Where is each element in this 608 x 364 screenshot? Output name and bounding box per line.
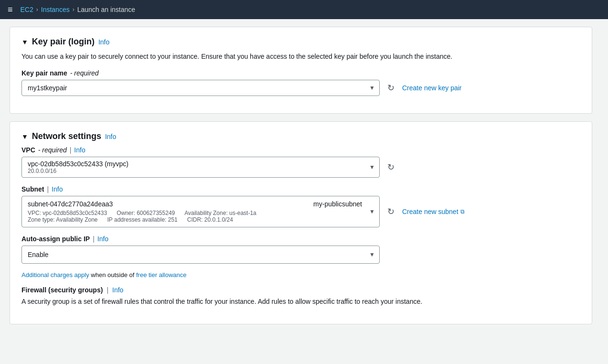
vpc-sub-line: 20.0.0.0/16 xyxy=(28,168,362,174)
keypair-field-label: Key pair name - required xyxy=(21,69,580,77)
vpc-select-box[interactable]: vpc-02db58d53c0c52433 (myvpc) 20.0.0.0/1… xyxy=(21,157,380,178)
page-content: ▼ Key pair (login) Info You can use a ke… xyxy=(0,19,602,340)
keypair-card: ▼ Key pair (login) Info You can use a ke… xyxy=(10,27,592,114)
subnet-vpc-detail: VPC: vpc-02db58d53c0c52433 xyxy=(28,210,107,216)
subnet-details-2: Zone type: Availability Zone IP addresse… xyxy=(28,216,362,223)
subnet-owner-detail: Owner: 600627355249 xyxy=(117,210,175,216)
subnet-az-detail: Availability Zone: us-east-1a xyxy=(184,210,256,216)
keypair-section-header: ▼ Key pair (login) Info xyxy=(21,37,580,47)
keypair-section-title: Key pair (login) xyxy=(32,37,95,47)
keypair-select-wrapper: my1stkeypair ▼ xyxy=(21,80,380,96)
network-section-header: ▼ Network settings Info xyxy=(21,131,580,141)
keypair-info-link[interactable]: Info xyxy=(98,38,109,46)
subnet-details: VPC: vpc-02db58d53c0c52433 Owner: 600627… xyxy=(28,210,362,216)
free-tier-link[interactable]: free tier allowance xyxy=(136,271,187,278)
keypair-select-row: my1stkeypair ▼ ↻ Create new key pair xyxy=(21,80,580,96)
network-settings-card: ▼ Network settings Info VPC - required |… xyxy=(10,121,592,324)
create-subnet-link[interactable]: Create new subnet ⧉ xyxy=(402,208,465,215)
vpc-field-label: VPC - required | Info xyxy=(21,146,580,154)
subnet-id: subnet-047dc2770a24deaa3 xyxy=(28,200,113,208)
create-keypair-link[interactable]: Create new key pair xyxy=(402,84,462,92)
breadcrumb: EC2 › Instances › Launch an instance xyxy=(21,6,136,13)
hamburger-menu[interactable]: ≡ xyxy=(8,5,13,15)
vpc-main-line: vpc-02db58d53c0c52433 (myvpc) xyxy=(28,160,362,168)
auto-assign-select[interactable]: Enable xyxy=(21,246,380,264)
top-navigation: ≡ EC2 › Instances › Launch an instance xyxy=(0,0,608,19)
network-collapse-icon[interactable]: ▼ xyxy=(21,133,28,140)
subnet-main-row: subnet-047dc2770a24deaa3 my-publicsubnet xyxy=(28,200,362,208)
subnet-select-row: subnet-047dc2770a24deaa3 my-publicsubnet… xyxy=(21,196,580,227)
create-subnet-label: Create new subnet xyxy=(402,208,459,215)
subnet-select-box[interactable]: subnet-047dc2770a24deaa3 my-publicsubnet… xyxy=(21,196,380,227)
firewall-description: A security group is a set of firewall ru… xyxy=(21,297,580,307)
keypair-select[interactable]: my1stkeypair xyxy=(21,80,380,96)
subnet-select-wrapper: subnet-047dc2770a24deaa3 my-publicsubnet… xyxy=(21,196,380,227)
network-info-link[interactable]: Info xyxy=(105,133,116,140)
subnet-refresh-button[interactable]: ↻ xyxy=(385,204,396,219)
vpc-select-row: vpc-02db58d53c0c52433 (myvpc) 20.0.0.0/1… xyxy=(21,157,580,178)
breadcrumb-current: Launch an instance xyxy=(77,6,135,13)
network-section-title: Network settings xyxy=(32,131,101,141)
subnet-zone-type-detail: Zone type: Availability Zone xyxy=(28,216,98,223)
vpc-info-link[interactable]: Info xyxy=(74,146,85,154)
subnet-info-link[interactable]: Info xyxy=(52,185,63,193)
charges-text: Additional charges apply when outside of… xyxy=(21,271,580,278)
keypair-collapse-icon[interactable]: ▼ xyxy=(21,38,28,46)
auto-assign-select-row: Enable ▼ xyxy=(21,246,580,264)
breadcrumb-sep-2: › xyxy=(73,6,75,13)
create-subnet-external-icon: ⧉ xyxy=(460,208,465,215)
firewall-info-link[interactable]: Info xyxy=(112,286,123,294)
subnet-ip-detail: IP addresses available: 251 xyxy=(107,216,178,223)
keypair-refresh-button[interactable]: ↻ xyxy=(385,81,396,95)
keypair-description: You can use a key pair to securely conne… xyxy=(21,52,580,62)
vpc-refresh-button[interactable]: ↻ xyxy=(385,160,396,174)
breadcrumb-sep-1: › xyxy=(36,6,38,13)
breadcrumb-ec2[interactable]: EC2 xyxy=(21,6,33,13)
auto-assign-label: Auto-assign public IP | Info xyxy=(21,235,580,243)
subnet-field-label: Subnet | Info xyxy=(21,185,580,193)
additional-charges-link[interactable]: Additional charges apply xyxy=(21,271,89,278)
breadcrumb-instances[interactable]: Instances xyxy=(41,6,70,13)
vpc-select-wrapper: vpc-02db58d53c0c52433 (myvpc) 20.0.0.0/1… xyxy=(21,157,380,178)
firewall-section: Firewall (security groups) | Info A secu… xyxy=(21,286,580,307)
firewall-title: Firewall (security groups) xyxy=(21,286,103,294)
subnet-name: my-publicsubnet xyxy=(313,200,362,208)
subnet-cidr-detail: CIDR: 20.0.1.0/24 xyxy=(187,216,233,223)
auto-assign-info-link[interactable]: Info xyxy=(97,235,108,243)
firewall-header: Firewall (security groups) | Info xyxy=(21,286,580,294)
auto-assign-select-wrapper: Enable ▼ xyxy=(21,246,380,264)
